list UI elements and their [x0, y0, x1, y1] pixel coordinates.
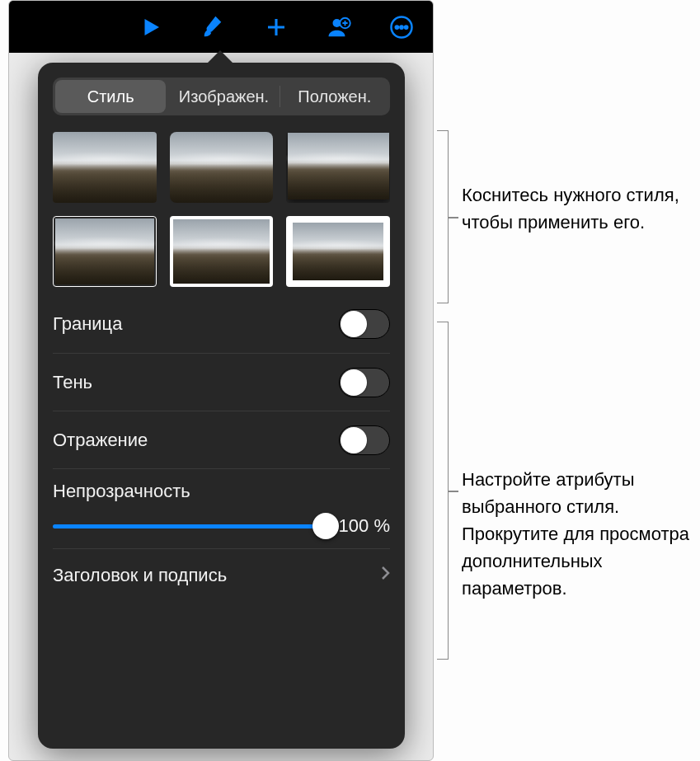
style-options-list: Граница Тень Отражение Непрозрачность 10… [38, 295, 405, 601]
border-label: Граница [53, 313, 122, 335]
border-toggle[interactable] [339, 309, 390, 339]
callout-lead [449, 491, 458, 492]
callout-bracket [437, 130, 449, 303]
tab-label: Положен. [298, 87, 371, 106]
shadow-row: Тень [53, 353, 390, 411]
opacity-row: Непрозрачность 100 % [53, 468, 390, 548]
format-popover: Стиль Изображен. Положен. Граница Тень [38, 63, 405, 749]
opacity-slider-container: 100 % [53, 515, 390, 537]
opacity-label: Непрозрачность [53, 481, 390, 502]
plus-icon [264, 15, 289, 40]
ellipsis-circle-icon [389, 15, 414, 40]
chevron-right-icon [380, 566, 390, 585]
svg-point-3 [396, 26, 398, 28]
style-thumb[interactable] [170, 216, 274, 287]
shadow-label: Тень [53, 372, 92, 393]
tab-image[interactable]: Изображен. [168, 78, 279, 115]
border-row: Граница [53, 295, 390, 353]
format-button[interactable] [199, 12, 228, 42]
play-button[interactable] [136, 12, 166, 42]
reflection-row: Отражение [53, 411, 390, 468]
title-caption-label: Заголовок и подпись [53, 565, 227, 586]
svg-point-5 [405, 26, 407, 28]
tab-label: Стиль [87, 87, 134, 106]
collaborate-button[interactable] [324, 12, 354, 42]
opacity-value: 100 % [339, 515, 390, 537]
style-thumb[interactable] [170, 132, 274, 203]
callout-text: Коснитесь нужного стиля, чтобы применить… [462, 181, 684, 236]
opacity-slider[interactable] [53, 524, 327, 528]
style-thumb-preview [170, 132, 274, 203]
more-button[interactable] [387, 12, 416, 42]
callout-bracket [437, 322, 449, 660]
tab-style[interactable]: Стиль [55, 80, 166, 113]
svg-point-4 [400, 26, 402, 28]
app-screenshot: Стиль Изображен. Положен. Граница Тень [8, 0, 434, 761]
style-thumb-preview [288, 133, 389, 200]
style-thumb[interactable] [53, 216, 157, 287]
shadow-toggle[interactable] [339, 368, 390, 397]
style-thumb[interactable] [286, 132, 390, 203]
title-caption-row[interactable]: Заголовок и подпись [53, 548, 390, 601]
reflection-toggle[interactable] [339, 425, 390, 455]
style-thumb-preview [170, 216, 274, 287]
reflection-label: Отражение [53, 430, 148, 451]
callout-lead [449, 217, 458, 218]
tab-arrange[interactable]: Положен. [280, 78, 390, 115]
style-thumb-preview [55, 218, 154, 284]
style-thumbnail-grid [38, 115, 405, 295]
opacity-slider-thumb[interactable] [312, 513, 339, 539]
style-thumb[interactable] [286, 216, 390, 287]
top-toolbar [9, 1, 433, 53]
person-add-icon [327, 15, 351, 40]
tab-label: Изображен. [179, 87, 269, 106]
style-thumb-preview [53, 132, 157, 203]
style-thumb[interactable] [53, 132, 157, 203]
tab-segmented-control[interactable]: Стиль Изображен. Положен. [53, 78, 390, 115]
paintbrush-icon [201, 15, 226, 40]
callout-text: Настройте атрибуты выбранного стиля. Про… [462, 466, 693, 602]
play-icon [139, 15, 163, 40]
insert-button[interactable] [261, 12, 291, 42]
style-thumb-preview [286, 216, 390, 287]
